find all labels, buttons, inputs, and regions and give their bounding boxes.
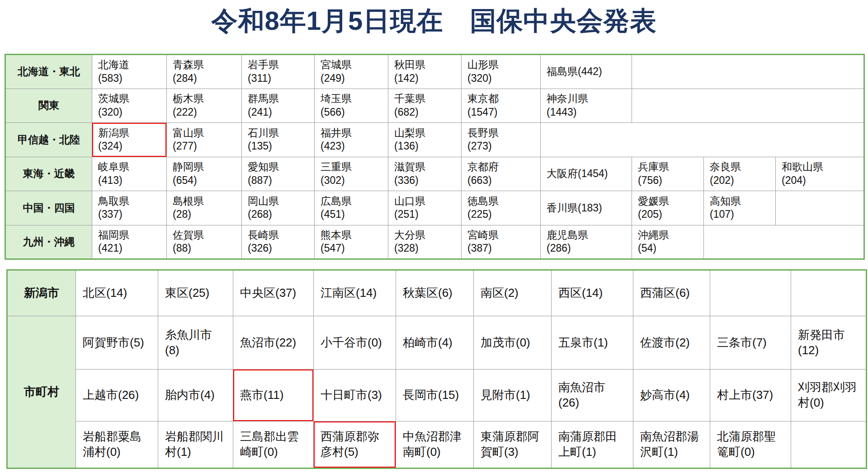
- municipality-cell: 南魚沼郡湯 沢町(1): [633, 421, 710, 468]
- prefecture-cell: 長野県 (273): [462, 123, 541, 157]
- empty-cell: [791, 421, 867, 468]
- municipality-cell: 柏崎市(4): [396, 316, 474, 370]
- page-title: 令和8年1月5日現在 国保中央会発表: [0, 0, 868, 43]
- municipality-cell: 東蒲原郡阿 賀町(3): [474, 421, 552, 468]
- city-group-header: 市町村: [7, 316, 76, 468]
- prefecture-cell: 大分県 (328): [388, 225, 462, 259]
- municipality-cell: 北蒲原郡聖 篭町(0): [710, 421, 791, 468]
- municipality-cell: 佐渡市(2): [633, 316, 710, 370]
- prefecture-cell: 栃木県 (222): [167, 89, 242, 123]
- table-row: 新潟市北区(14)東区(25)中央区(37)江南区(14)秋葉区(6)南区(2)…: [7, 270, 867, 316]
- table-row: 上越市(26)胎内市(4)燕市(11)十日町市(3)長岡市(15)見附市(1)南…: [7, 370, 867, 421]
- empty-cell: [704, 225, 864, 259]
- prefecture-table: 北海道・東北北海道 (583)青森県 (284)岩手県 (311)宮城県 (24…: [5, 54, 865, 260]
- municipality-cell: 西区(14): [552, 270, 633, 316]
- municipality-cell: 中魚沼郡津 南町(0): [396, 421, 474, 468]
- empty-cell: [541, 123, 864, 157]
- prefecture-cell: 宮崎県 (387): [462, 225, 541, 259]
- prefecture-cell: 長崎県 (326): [242, 225, 315, 259]
- prefecture-cell: 香川県(183): [541, 191, 632, 225]
- municipality-cell: 五泉市(1): [552, 316, 633, 370]
- city-group-header: 新潟市: [7, 270, 76, 316]
- municipality-cell: 胎内市(4): [158, 370, 233, 421]
- prefecture-cell: 奈良県 (202): [704, 157, 776, 191]
- prefecture-cell: 神奈川県 (1443): [541, 89, 632, 123]
- prefecture-cell: 三重県 (302): [315, 157, 388, 191]
- municipality-cell: 加茂市(0): [474, 316, 552, 370]
- empty-cell: [776, 191, 864, 225]
- municipality-cell: 新発田市 (12): [791, 316, 867, 370]
- prefecture-cell: 福島県(442): [541, 55, 632, 89]
- municipality-cell: 妙高市(4): [633, 370, 710, 421]
- table-row: 関東茨城県 (320)栃木県 (222)群馬県 (241)埼玉県 (566)千葉…: [5, 89, 864, 123]
- prefecture-cell: 石川県 (135): [242, 123, 315, 157]
- table-row: 東海・近畿岐阜県 (413)静岡県 (654)愛知県 (887)三重県 (302…: [5, 157, 864, 191]
- prefecture-cell: 沖縄県 (54): [632, 225, 704, 259]
- table-row: 市町村阿賀野市(5)糸魚川市 (8)魚沼市(22)小千谷市(0)柏崎市(4)加茂…: [7, 316, 867, 370]
- municipality-cell: 江南区(14): [314, 270, 396, 316]
- prefecture-cell: 福岡県 (421): [92, 225, 167, 259]
- municipality-cell: 十日町市(3): [314, 370, 396, 421]
- municipality-cell: 見附市(1): [474, 370, 552, 421]
- municipality-cell: 東区(25): [158, 270, 233, 316]
- page: 令和8年1月5日現在 国保中央会発表 北海道・東北北海道 (583)青森県 (2…: [0, 0, 868, 473]
- prefecture-cell: 徳島県 (225): [462, 191, 541, 225]
- prefecture-cell: 岐阜県 (413): [92, 157, 167, 191]
- table-row: 甲信越・北陸新潟県 (324)富山県 (277)石川県 (135)福井県 (42…: [5, 123, 864, 157]
- municipality-cell: 南区(2): [474, 270, 552, 316]
- region-header: 九州・沖縄: [5, 225, 92, 259]
- prefecture-cell: 群馬県 (241): [242, 89, 315, 123]
- region-header: 関東: [5, 89, 92, 123]
- empty-cell: [791, 270, 867, 316]
- table-row: 九州・沖縄福岡県 (421)佐賀県 (88)長崎県 (326)熊本県 (547)…: [5, 225, 864, 259]
- municipality-cell-highlighted: 西蒲原郡弥 彦村(5): [314, 421, 396, 468]
- prefecture-cell: 山形県 (320): [462, 55, 541, 89]
- table-row: 中国・四国鳥取県 (337)島根県 (28)岡山県 (268)広島県 (451)…: [5, 191, 864, 225]
- municipality-cell: 刈羽郡刈羽 村(0): [791, 370, 867, 421]
- prefecture-cell: 島根県 (28): [167, 191, 242, 225]
- prefecture-cell: 茨城県 (320): [92, 89, 167, 123]
- empty-cell: [632, 89, 864, 123]
- prefecture-cell-highlighted: 新潟県 (324): [92, 123, 167, 157]
- prefecture-cell: 岡山県 (268): [242, 191, 315, 225]
- municipality-cell: 村上市(37): [710, 370, 791, 421]
- prefecture-cell: 佐賀県 (88): [167, 225, 242, 259]
- prefecture-cell: 兵庫県 (756): [632, 157, 704, 191]
- prefecture-cell: 滋賀県 (336): [388, 157, 462, 191]
- municipality-cell: 岩船郡粟島 浦村(0): [76, 421, 158, 468]
- municipality-cell: 北区(14): [76, 270, 158, 316]
- prefecture-cell: 秋田県 (142): [388, 55, 462, 89]
- municipality-cell: 秋葉区(6): [396, 270, 474, 316]
- municipality-cell: 南蒲原郡田 上町(1): [552, 421, 633, 468]
- municipality-cell: 魚沼市(22): [233, 316, 314, 370]
- municipality-cell: 上越市(26): [76, 370, 158, 421]
- prefecture-cell: 愛媛県 (205): [632, 191, 704, 225]
- municipality-cell: 三条市(7): [710, 316, 791, 370]
- region-header: 北海道・東北: [5, 55, 92, 89]
- prefecture-cell: 岩手県 (311): [242, 55, 315, 89]
- empty-cell: [632, 55, 864, 89]
- prefecture-cell: 宮城県 (249): [315, 55, 388, 89]
- region-header: 東海・近畿: [5, 157, 92, 191]
- municipality-cell: 中央区(37): [233, 270, 314, 316]
- prefecture-cell: 大阪府(1454): [541, 157, 632, 191]
- prefecture-cell: 高知県 (107): [704, 191, 776, 225]
- municipality-cell: 三島郡出雲 崎町(0): [233, 421, 314, 468]
- prefecture-cell: 熊本県 (547): [315, 225, 388, 259]
- region-header: 中国・四国: [5, 191, 92, 225]
- prefecture-cell: 静岡県 (654): [167, 157, 242, 191]
- prefecture-cell: 富山県 (277): [167, 123, 242, 157]
- region-header: 甲信越・北陸: [5, 123, 92, 157]
- municipality-cell: 小千谷市(0): [314, 316, 396, 370]
- municipality-table: 新潟市北区(14)東区(25)中央区(37)江南区(14)秋葉区(6)南区(2)…: [6, 269, 867, 469]
- prefecture-cell: 鳥取県 (337): [92, 191, 167, 225]
- table-row: 北海道・東北北海道 (583)青森県 (284)岩手県 (311)宮城県 (24…: [5, 55, 864, 89]
- municipality-cell: 南魚沼市 (26): [552, 370, 633, 421]
- prefecture-cell: 北海道 (583): [92, 55, 167, 89]
- prefecture-cell: 和歌山県 (204): [776, 157, 864, 191]
- municipality-cell: 糸魚川市 (8): [158, 316, 233, 370]
- municipality-cell: 西蒲区(6): [633, 270, 710, 316]
- prefecture-cell: 京都府 (663): [462, 157, 541, 191]
- prefecture-cell: 福井県 (423): [315, 123, 388, 157]
- empty-cell: [710, 270, 791, 316]
